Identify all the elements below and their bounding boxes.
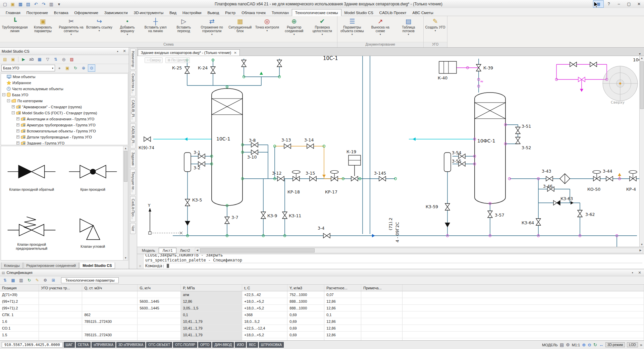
valve[interactable] <box>251 150 258 155</box>
valve[interactable] <box>351 176 358 181</box>
valve[interactable] <box>590 62 597 67</box>
add-vertex-button[interactable]: •Добавить вершину▾ <box>113 16 142 42</box>
valve[interactable] <box>211 67 215 73</box>
minimize-icon[interactable]: – <box>614 1 624 7</box>
valve[interactable] <box>379 176 386 181</box>
toggle-штриховка[interactable]: ШТРИХОВКА <box>259 342 284 348</box>
docked-panel-tab[interactable]: Задания <box>130 150 136 168</box>
save-icon[interactable]: ▦ <box>17 1 24 7</box>
toggle-изо[interactable]: ИЗО <box>235 342 246 348</box>
valve[interactable] <box>307 144 314 149</box>
scroll-down-icon[interactable]: ▼ <box>640 242 644 247</box>
ribbon-tab-11[interactable]: Облака точек <box>238 9 269 16</box>
columns-icon[interactable]: ▥ <box>17 277 25 284</box>
valve[interactable] <box>606 176 613 181</box>
table-row[interactable]: 1.6785115...27243010,41...1,7918,0...5,2… <box>0 318 644 325</box>
scroll-down-icon[interactable]: ▼ <box>123 256 128 260</box>
palette-tab[interactable]: Редактирование соединений <box>23 263 79 269</box>
edit-icon[interactable]: ✎ <box>34 277 41 284</box>
segment-splitter-button[interactable]: ✂Разделитель на сегменты▾ <box>57 16 85 42</box>
situation-block-button[interactable]: ▦Ситуационный блок <box>226 16 254 42</box>
refresh-icon[interactable]: ↻ <box>25 277 33 284</box>
layout-tab[interactable]: Лист1 <box>159 248 176 253</box>
tree-item[interactable]: +"Армавирская" - Стандарт (группа) <box>1 104 128 110</box>
valve[interactable] <box>310 176 316 181</box>
document-tab[interactable]: Здание входных сепараторов.dwg* - (Тольк… <box>138 49 240 56</box>
globe-icon[interactable]: ⊕ <box>80 64 87 72</box>
ribbon-tab-10[interactable]: Растр <box>222 9 238 16</box>
view-chip[interactable]: ◔Сверху <box>145 57 163 63</box>
docked-panel-tab[interactable]: CadLib Про... <box>130 196 136 222</box>
leader-button[interactable]: ↗Выноска на схеме▾ <box>366 16 394 42</box>
insert-link-button[interactable]: ↪Вставить ссылку▾ <box>85 16 113 42</box>
new-icon[interactable]: ▢ <box>1 1 9 7</box>
docked-panel-tab[interactable]: Чат <box>130 223 136 234</box>
valve[interactable] <box>516 137 520 144</box>
scroll-left-icon[interactable]: ◀ <box>195 248 200 253</box>
table-row[interactable]: 1.5785115...27243010,41...1,79+18,0...+5… <box>0 332 644 338</box>
valve[interactable] <box>185 199 190 206</box>
run-icon[interactable]: ▶ <box>20 56 27 63</box>
tree-item[interactable]: Избранное <box>1 80 128 86</box>
toggle-орто[interactable]: ОРТО <box>198 342 211 348</box>
expand-icon[interactable]: + <box>16 117 19 120</box>
expand-icon[interactable]: + <box>16 123 19 126</box>
symbol-cell[interactable]: Клапан проходной обратный <box>1 146 62 203</box>
collapse-icon[interactable]: − <box>12 111 15 114</box>
drawing-viewport[interactable]: 10С-110ФС-110С-110ФК-25К-24К-39К-40К(9)-… <box>137 56 644 247</box>
object-params-button[interactable]: ☰Параметры объекта схемы▾ <box>338 16 366 42</box>
integrity-check-button[interactable]: ✔Проверка целостности▾ <box>308 16 336 42</box>
scroll-right-icon[interactable]: ▶ <box>638 248 643 253</box>
valve[interactable] <box>445 203 450 210</box>
docked-panel-tab[interactable]: Свойства з... <box>130 71 136 96</box>
close-icon[interactable]: ✕ <box>637 271 642 275</box>
symbol-cell[interactable]: Кран проходной <box>62 146 124 203</box>
open-icon[interactable]: ▣ <box>9 1 16 7</box>
ribbon-tab-1[interactable]: Главная <box>3 9 23 16</box>
drain-funnel[interactable] <box>185 221 190 226</box>
export-icon[interactable]: ⊞ <box>50 277 57 284</box>
vessel[interactable] <box>212 89 243 206</box>
symbol-cell[interactable]: Клапан угловой <box>62 203 124 260</box>
ribbon-tab-15[interactable]: CADLib Проект <box>376 9 410 16</box>
chevrons-icon[interactable]: » <box>640 342 642 347</box>
help-icon[interactable]: ? <box>604 1 614 7</box>
valve[interactable] <box>560 174 570 184</box>
restore-icon[interactable]: ▢ <box>624 1 634 7</box>
undo-icon[interactable]: ↶ <box>32 1 40 7</box>
layout-tab[interactable]: Лист2 <box>176 248 194 253</box>
valve[interactable] <box>516 127 520 134</box>
ribbon-tab-12[interactable]: Топоплан <box>269 9 292 16</box>
ugo-base-combo[interactable]: База УГО▾ <box>1 65 55 71</box>
refresh-icon[interactable]: ↻ <box>593 342 597 347</box>
text-icon[interactable]: ab <box>28 56 35 63</box>
valve[interactable] <box>185 67 190 73</box>
expand-icon[interactable]: + <box>12 105 15 108</box>
ribbon-tab-4[interactable]: Оформление <box>71 9 101 16</box>
tree-item[interactable]: +Арматура трубопроводная - Группа УГО <box>1 122 128 128</box>
chip-3d-режим[interactable]: 3D-режим <box>605 342 625 347</box>
ribbon-tab-14[interactable]: Model Studio CS <box>341 9 376 16</box>
collapse-icon[interactable]: − <box>2 93 5 96</box>
pin-icon[interactable]: ▪ <box>630 271 635 275</box>
table-row[interactable]: (99+71).25600...14453,05...1,5+18,0...+5… <box>0 305 644 311</box>
expand-icon[interactable]: + <box>16 141 19 144</box>
toggle-сетка[interactable]: СЕТКА <box>76 342 91 348</box>
db-icon[interactable]: ▤ <box>1 56 9 63</box>
pan-icon[interactable]: ↔ <box>599 342 603 347</box>
close-icon[interactable]: ✕ <box>634 1 644 7</box>
horizontal-scrollbar[interactable]: ◀ ▶ <box>195 248 643 253</box>
tree-item[interactable]: +Задание - Группа УГО <box>1 140 128 145</box>
drain-funnel[interactable] <box>445 223 450 227</box>
valve[interactable] <box>292 171 300 181</box>
scroll-up-icon[interactable]: ▲ <box>640 56 644 60</box>
find-icon[interactable]: ◎ <box>60 56 67 63</box>
valve[interactable] <box>284 144 291 149</box>
ribbon-tab-5[interactable]: Зависимости <box>101 9 131 16</box>
small-vessel[interactable] <box>444 153 451 172</box>
valve[interactable] <box>593 171 601 181</box>
scroll-up-icon[interactable]: ▲ <box>123 146 128 151</box>
table-row[interactable]: СПК. 18620,1+3680,690,1 <box>0 311 644 318</box>
connection-editor-button[interactable]: ⊕Редактор соединений▾ <box>280 16 308 42</box>
close-icon[interactable]: ✕ <box>234 51 236 55</box>
